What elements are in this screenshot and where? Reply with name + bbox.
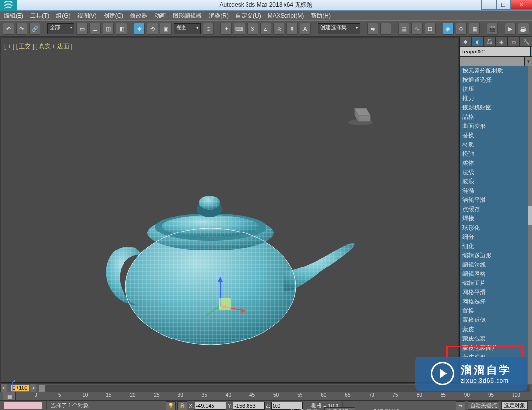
menu-item[interactable]: 帮助(H) <box>311 12 331 20</box>
modifier-item[interactable]: 置换近似 <box>460 316 532 325</box>
schematic-icon[interactable]: ⊞ <box>425 23 436 35</box>
named-selection-select[interactable]: 创建选择集 <box>318 23 360 34</box>
menu-item[interactable]: 自定义(U) <box>235 12 261 20</box>
tab-motion[interactable]: ◉ <box>496 37 508 47</box>
viewcube-icon[interactable] <box>346 102 375 126</box>
align-icon[interactable]: ≡ <box>380 23 391 35</box>
modifier-item[interactable]: 柔体 <box>460 159 532 168</box>
curve-editor-icon[interactable]: ∿ <box>411 23 423 35</box>
menu-item[interactable]: 工具(T) <box>30 12 49 20</box>
time-config-icon[interactable]: < <box>0 384 7 392</box>
selection-filter-select[interactable]: 全部 <box>47 23 74 34</box>
minimize-button[interactable]: ─ <box>481 0 496 10</box>
modifier-list[interactable]: 按元素分配材质按通道选择挤压推力摄影机贴图晶格曲面变形替换材质松弛柔体法线波浪涟… <box>460 66 532 384</box>
modifier-item[interactable]: 细化 <box>460 242 532 251</box>
undo-icon[interactable]: ↶ <box>3 23 14 35</box>
menu-item[interactable]: 图形编辑器 <box>173 12 202 20</box>
modifier-item[interactable]: 波浪 <box>460 177 532 186</box>
material-editor-icon[interactable]: ◉ <box>443 23 454 35</box>
scale-tool-icon[interactable]: ▣ <box>160 23 171 35</box>
window-cross-icon[interactable]: ◧ <box>116 23 127 35</box>
select-icon[interactable]: ▭ <box>76 23 88 35</box>
modifier-item[interactable]: 按通道选择 <box>460 75 532 85</box>
modifier-item[interactable]: 焊接 <box>460 214 532 223</box>
move-tool-icon[interactable]: ✥ <box>134 23 145 35</box>
select-region-icon[interactable]: ◫ <box>103 23 114 35</box>
restore-button[interactable]: ☐ <box>496 0 511 10</box>
modifier-item[interactable]: 蒙皮包裹面片 <box>460 343 532 353</box>
menu-item[interactable]: 动画 <box>154 12 166 20</box>
modifier-item[interactable]: 涟漪 <box>460 186 532 196</box>
time-marker[interactable] <box>39 385 45 392</box>
add-time-tag[interactable]: 添加时间标记 <box>287 408 325 410</box>
menu-item[interactable]: 视图(V) <box>77 12 97 20</box>
select-name-icon[interactable]: ☰ <box>89 23 101 35</box>
render-frame-icon[interactable]: ▦ <box>469 23 480 35</box>
menu-item[interactable]: 编辑(E) <box>4 12 23 20</box>
move-gizmo[interactable]: z <box>206 272 254 321</box>
time-next-icon[interactable]: > <box>30 384 36 392</box>
modifier-item[interactable]: 法线 <box>460 168 532 177</box>
spinner-snap-icon[interactable]: ⬍ <box>286 23 298 35</box>
quick-render-icon[interactable]: ▶ <box>505 23 516 35</box>
modifier-item[interactable]: 曲面变形 <box>460 122 532 131</box>
modifier-item[interactable]: 球形化 <box>460 223 532 232</box>
redo-icon[interactable]: ↷ <box>16 23 27 35</box>
lock-selection-icon[interactable]: 🔒 <box>177 401 187 410</box>
modifier-item[interactable]: 替换 <box>460 131 532 140</box>
tab-utilities[interactable]: 🔧 <box>520 37 532 47</box>
modifier-item[interactable]: 细分 <box>460 232 532 242</box>
coord-y-input[interactable] <box>233 402 265 410</box>
modifier-item[interactable]: 推力 <box>460 94 532 103</box>
modifier-item[interactable]: 编辑多边形 <box>460 251 532 260</box>
tab-create[interactable]: ✱ <box>460 37 472 47</box>
modifier-dropdown-arrow[interactable]: ▾ <box>524 56 532 66</box>
tab-modify[interactable]: ◐ <box>472 37 484 47</box>
modifier-item[interactable]: 编辑面片 <box>460 279 532 288</box>
tab-hierarchy[interactable]: 品 <box>484 37 496 47</box>
modifier-item[interactable]: 晶格 <box>460 112 532 122</box>
angle-snap-icon[interactable]: ∠ <box>260 23 271 35</box>
coord-x-input[interactable] <box>195 402 226 410</box>
modifier-item[interactable]: 编辑网格 <box>460 269 532 279</box>
snap-toggle-icon[interactable]: 3 <box>247 23 258 35</box>
render-icon[interactable]: ☕ <box>518 23 529 35</box>
keyboard-icon[interactable]: ⌨ <box>234 23 245 35</box>
mirror-icon[interactable]: ⇋ <box>367 23 378 35</box>
rotate-tool-icon[interactable]: ⟲ <box>147 23 158 35</box>
modifier-item[interactable]: 网格平滑 <box>460 288 532 297</box>
modifier-item[interactable]: 蒙皮包裹 <box>460 334 532 343</box>
menu-item[interactable]: MAXScript(M) <box>268 12 304 19</box>
object-name-input[interactable] <box>460 47 531 56</box>
modifier-dropdown[interactable] <box>460 56 524 66</box>
edit-named-icon[interactable]: A <box>300 23 311 35</box>
link-icon[interactable]: 🔗 <box>29 23 40 35</box>
modifier-item[interactable]: 挤压 <box>460 85 532 94</box>
key-filter-button[interactable]: 关键点过滤器... <box>372 408 409 410</box>
menu-item[interactable]: 组(G) <box>56 12 70 20</box>
menu-item[interactable]: 创建(C) <box>104 12 124 20</box>
viewport[interactable]: [ + ] [ 正交 ] [ 真实 + 边面 ] <box>1 38 458 383</box>
modifier-item[interactable]: 置换 <box>460 306 532 316</box>
teapot-mesh[interactable] <box>84 175 356 350</box>
modifier-item[interactable]: 网格选择 <box>460 297 532 306</box>
pivot-icon[interactable]: ⊙ <box>203 23 214 35</box>
script-listener[interactable] <box>0 401 47 410</box>
modifier-item[interactable]: 按元素分配材质 <box>460 66 532 75</box>
modifier-item[interactable]: 蒙皮 <box>460 325 532 334</box>
render-setup-icon[interactable]: ⚙ <box>456 23 467 35</box>
modifier-item[interactable]: 涡轮平滑 <box>460 196 532 205</box>
trackbar-toggle-icon[interactable]: ▦ <box>3 392 16 401</box>
time-ruler[interactable]: 0510152025303540455055606570758085909510… <box>35 392 532 400</box>
menu-item[interactable]: 渲染(R) <box>209 12 229 20</box>
manipulate-icon[interactable]: ✦ <box>220 23 231 35</box>
close-button[interactable]: ✕ <box>511 0 532 10</box>
ref-coord-select[interactable]: 视图 <box>174 23 201 34</box>
modifier-item[interactable]: 松弛 <box>460 149 532 159</box>
modifier-item[interactable]: 材质 <box>460 140 532 149</box>
modifier-item[interactable]: 点缓存 <box>460 205 532 214</box>
viewport-label[interactable]: [ + ] [ 正交 ] [ 真实 + 边面 ] <box>4 42 72 51</box>
percent-snap-icon[interactable]: % <box>273 23 284 35</box>
render-prod-icon[interactable]: 🎬 <box>487 23 498 35</box>
menu-item[interactable]: 修改器 <box>130 12 147 20</box>
